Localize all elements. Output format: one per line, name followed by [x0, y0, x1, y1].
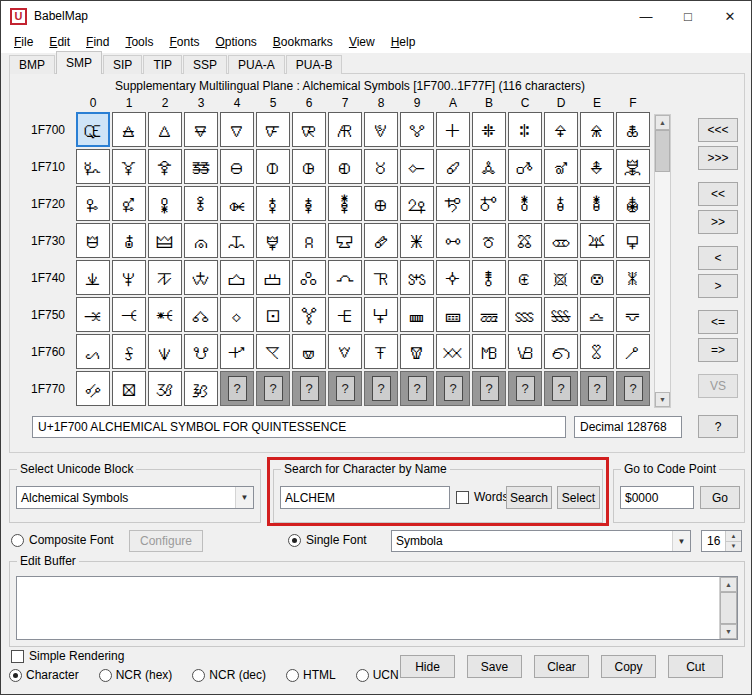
help-button[interactable]: ? [698, 415, 738, 438]
char-cell[interactable]: 🜈 [364, 112, 398, 147]
char-cell[interactable]: 🜲 [148, 223, 182, 258]
char-cell-selected[interactable]: 🜀 [76, 112, 110, 147]
reserved-cell[interactable]: ? [436, 371, 470, 406]
reserved-cell[interactable]: ? [220, 371, 254, 406]
char-cell[interactable]: 🜍 [544, 112, 578, 147]
char-cell[interactable]: 🝅 [256, 260, 290, 295]
char-cell[interactable]: 🜙 [400, 149, 434, 184]
char-cell[interactable]: 🜑 [112, 149, 146, 184]
char-cell[interactable]: 🝂 [148, 260, 182, 295]
reserved-cell[interactable]: ? [292, 371, 326, 406]
nav-prev-row-button[interactable]: < [698, 246, 738, 270]
reserved-cell[interactable]: ? [256, 371, 290, 406]
nav-first-button[interactable]: <<< [698, 118, 738, 142]
char-cell[interactable]: 🜽 [544, 223, 578, 258]
char-cell[interactable]: 🜮 [580, 186, 614, 221]
char-cell[interactable]: 🝯 [616, 334, 650, 369]
char-cell[interactable]: 🝟 [616, 297, 650, 332]
select-button[interactable]: Select [557, 486, 600, 509]
char-cell[interactable]: 🝥 [256, 334, 290, 369]
char-cell[interactable]: 🜄 [220, 112, 254, 147]
codepoint-input[interactable] [620, 486, 694, 509]
char-cell[interactable]: 🝍 [544, 260, 578, 295]
tab-pua-b[interactable]: PUA-B [286, 55, 343, 74]
char-cell[interactable]: 🜎 [580, 112, 614, 147]
char-cell[interactable]: 🜌 [508, 112, 542, 147]
nav-prev-char-button[interactable]: <= [698, 310, 738, 334]
char-cell[interactable]: 🝙 [400, 297, 434, 332]
char-cell[interactable]: 🜘 [364, 149, 398, 184]
char-cell[interactable]: 🝗 [328, 297, 362, 332]
char-cell[interactable]: 🜤 [220, 186, 254, 221]
button-cut[interactable]: Cut [668, 655, 723, 678]
buffer-scrollbar[interactable] [719, 577, 737, 639]
char-cell[interactable]: 🝚 [436, 297, 470, 332]
char-cell[interactable]: 🝱 [112, 371, 146, 406]
char-cell[interactable]: 🜥 [256, 186, 290, 221]
font-size-spinner[interactable]: 16 [701, 530, 742, 552]
char-cell[interactable]: 🜇 [328, 112, 362, 147]
char-cell[interactable]: 🜖 [292, 149, 326, 184]
char-cell[interactable]: 🝊 [436, 260, 470, 295]
menu-item-view[interactable]: View [341, 33, 383, 51]
char-cell[interactable]: 🝀 [76, 260, 110, 295]
simple-rendering-checkbox[interactable]: Simple Rendering [11, 649, 124, 663]
char-cell[interactable]: 🜜 [508, 149, 542, 184]
tab-smp[interactable]: SMP [56, 51, 102, 74]
char-cell[interactable]: 🜏 [616, 112, 650, 147]
char-cell[interactable]: 🜢 [148, 186, 182, 221]
char-cell[interactable]: 🜗 [328, 149, 362, 184]
char-cell[interactable]: 🝜 [508, 297, 542, 332]
char-cell[interactable]: 🜼 [508, 223, 542, 258]
reserved-cell[interactable]: ? [616, 371, 650, 406]
char-cell[interactable]: 🜃 [184, 112, 218, 147]
spin-up-icon[interactable] [726, 531, 741, 542]
close-button[interactable]: ✕ [709, 1, 751, 31]
char-cell[interactable]: 🝇 [328, 260, 362, 295]
composite-font-radio[interactable]: Composite Font [11, 533, 114, 547]
char-cell[interactable]: 🜔 [220, 149, 254, 184]
char-cell[interactable]: 🜡 [112, 186, 146, 221]
char-cell[interactable]: 🜭 [544, 186, 578, 221]
char-cell[interactable]: 🝆 [292, 260, 326, 295]
char-cell[interactable]: 🝳 [184, 371, 218, 406]
tab-bmp[interactable]: BMP [9, 55, 55, 74]
nav-prev-page-button[interactable]: << [698, 182, 738, 206]
char-cell[interactable]: 🝡 [112, 334, 146, 369]
char-cell[interactable]: 🝁 [112, 260, 146, 295]
char-cell[interactable]: 🝘 [364, 297, 398, 332]
chevron-down-icon[interactable] [235, 487, 253, 508]
char-cell[interactable]: 🝩 [400, 334, 434, 369]
char-cell[interactable]: 🝖 [292, 297, 326, 332]
char-cell[interactable]: 🝛 [472, 297, 506, 332]
char-cell[interactable]: 🜧 [328, 186, 362, 221]
nav-next-page-button[interactable]: >> [698, 210, 738, 234]
button-hide[interactable]: Hide [400, 655, 455, 678]
char-cell[interactable]: 🝑 [112, 297, 146, 332]
reserved-cell[interactable]: ? [472, 371, 506, 406]
scroll-up-icon[interactable] [655, 115, 670, 130]
reserved-cell[interactable]: ? [544, 371, 578, 406]
char-cell[interactable]: 🝨 [364, 334, 398, 369]
char-cell[interactable]: 🜪 [436, 186, 470, 221]
char-cell[interactable]: 🝮 [580, 334, 614, 369]
edit-buffer-text[interactable] [17, 577, 719, 639]
char-cell[interactable]: 🜩 [400, 186, 434, 221]
char-cell[interactable]: 🜐 [76, 149, 110, 184]
char-cell[interactable]: 🝢 [148, 334, 182, 369]
char-cell[interactable]: 🜣 [184, 186, 218, 221]
menu-item-edit[interactable]: Edit [41, 33, 78, 51]
go-button[interactable]: Go [700, 486, 740, 509]
mode-ucn[interactable]: UCN [356, 668, 399, 682]
nav-next-char-button[interactable]: => [698, 338, 738, 362]
char-cell[interactable]: 🝌 [508, 260, 542, 295]
char-cell[interactable]: 🜹 [400, 223, 434, 258]
char-cell[interactable]: 🝄 [220, 260, 254, 295]
vs-button[interactable]: VS [698, 374, 738, 398]
char-cell[interactable]: 🜾 [580, 223, 614, 258]
reserved-cell[interactable]: ? [508, 371, 542, 406]
char-cell[interactable]: 🝋 [472, 260, 506, 295]
char-cell[interactable]: 🝪 [436, 334, 470, 369]
char-cell[interactable]: 🜴 [220, 223, 254, 258]
single-font-radio[interactable]: Single Font [288, 533, 367, 547]
